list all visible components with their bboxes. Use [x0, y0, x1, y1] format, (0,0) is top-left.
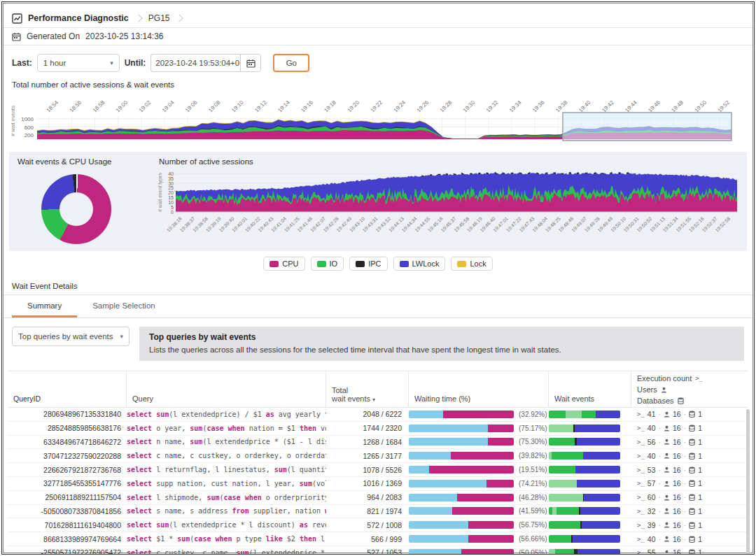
wait-events-bar	[549, 438, 620, 445]
wait-event-segment-io	[555, 549, 574, 555]
svg-text:19:06: 19:06	[184, 99, 199, 114]
wait-event-segment-io	[552, 452, 583, 459]
last-select[interactable]: 1 hour▾	[37, 54, 120, 72]
go-button[interactable]: Go	[273, 54, 309, 72]
total-wait-events-cell: 566 / 999	[326, 535, 409, 543]
col-exec-users-dbs[interactable]: Execution count>_ Users Databases	[631, 371, 748, 407]
wait-events-cell	[549, 507, 631, 515]
waiting-time-cell: (56.75%)	[409, 521, 549, 529]
until-input[interactable]: 2023-10-24 19:53:04+0	[150, 54, 240, 72]
legend-swatch	[356, 261, 365, 267]
user-icon	[664, 522, 670, 528]
until-label: Until:	[125, 58, 146, 68]
user-icon	[664, 439, 670, 445]
calendar-picker-button[interactable]	[240, 54, 261, 72]
table-row[interactable]: 2266267921872736768 select l_returnflag,…	[8, 463, 748, 477]
user-icon	[664, 508, 670, 514]
wait-event-segment-io	[549, 466, 575, 473]
table-row[interactable]: 2806948967135331840 select sum(l_extende…	[8, 408, 748, 422]
terminal-icon: >_	[637, 439, 645, 445]
waiting-time-pct: (56.75%)	[519, 521, 547, 529]
exec-users-dbs-cell: >_60· 16· 1	[631, 493, 748, 501]
waiting-time-bar	[409, 438, 514, 445]
waiting-time-bar	[409, 466, 514, 473]
info-description: Lists the queries across all the session…	[149, 345, 734, 354]
wait-events-donut-chart[interactable]	[41, 174, 111, 244]
svg-text:19:42: 19:42	[601, 99, 615, 114]
table-row[interactable]: 285248859856638176 select o_year, sum(ca…	[8, 422, 748, 436]
table-row[interactable]: 3704712327590220288 select c_name, c_cus…	[8, 449, 748, 463]
waiting-time-pct: (50.05%)	[519, 549, 547, 555]
table-row[interactable]: 7016288111619404800 select sum(l_extende…	[8, 518, 748, 532]
exec-users-dbs-cell: >_40· 16· 1	[631, 535, 748, 543]
legend-chip-lock[interactable]: Lock	[451, 257, 492, 271]
database-icon	[689, 508, 695, 515]
user-icon	[664, 425, 670, 432]
exec-users-dbs-cell: >_41· 16· 1	[631, 410, 748, 418]
table-row[interactable]: 6334849674718646272 select n_name, sum(l…	[8, 436, 748, 450]
legend-label: Lock	[470, 259, 486, 268]
breadcrumb-server[interactable]: PG15	[148, 13, 170, 23]
wait-events-bar	[549, 549, 620, 555]
chevron-right-icon	[134, 14, 142, 22]
svg-text:19:02: 19:02	[138, 99, 153, 114]
query-sql-cell: select supp_nation, cust_nation, l_year,…	[127, 480, 326, 487]
user-icon	[661, 387, 667, 393]
total-wait-events-cell: 527 / 1053	[326, 548, 409, 555]
queries-table: QueryID Query Total wait events ▾ Waitin…	[8, 371, 748, 555]
overview-chart[interactable]: 200600100018:5418:5618:5819:0019:0219:04…	[2, 90, 754, 149]
query-filter-select[interactable]: Top queries by wait events▾	[12, 327, 130, 346]
sessions-title: Number of active sessions	[158, 156, 741, 169]
svg-text:19:22: 19:22	[370, 99, 384, 114]
queryid-cell: 8668133989974769664	[8, 535, 127, 543]
wait-events-cell	[549, 452, 631, 459]
svg-text:19:30: 19:30	[462, 99, 477, 114]
waiting-time-pct: (19.51%)	[519, 466, 547, 473]
table-row[interactable]: 3277185455355147776 select supp_nation, …	[8, 477, 748, 491]
svg-text:18:56: 18:56	[69, 99, 83, 114]
col-waiting-time[interactable]: Waiting time (%)	[409, 371, 549, 407]
waiting-time-pct: (56.66%)	[519, 535, 547, 543]
svg-text:19:32: 19:32	[485, 99, 500, 114]
col-query[interactable]: Query	[127, 371, 326, 407]
wait-event-segment-lwlock	[583, 452, 620, 459]
total-wait-events-cell: 2048 / 6222	[326, 410, 409, 418]
sessions-area-chart[interactable]: 051015202530354019:38:1619:38:3719:38:58…	[158, 169, 741, 247]
waiting-time-bar	[409, 535, 514, 543]
wait-events-cell	[549, 521, 631, 529]
svg-text:19:26: 19:26	[416, 99, 430, 114]
waiting-time-bar	[409, 494, 514, 501]
legend-chip-lwlock[interactable]: LWLock	[393, 257, 446, 271]
database-icon	[689, 425, 695, 432]
table-row[interactable]: 2506911889211157504 select l_shipmode, s…	[8, 491, 748, 505]
database-icon	[678, 397, 684, 404]
database-icon	[689, 522, 695, 529]
svg-text:30: 30	[168, 181, 174, 186]
table-row[interactable]: -5050080733870841856 select s_name, s_ad…	[8, 505, 748, 519]
database-icon	[689, 466, 695, 473]
legend-chip-ipc[interactable]: IPC	[349, 257, 387, 271]
user-icon	[664, 411, 670, 418]
total-wait-events-cell: 1078 / 5526	[326, 466, 409, 474]
svg-text:19:08: 19:08	[207, 99, 222, 114]
vertical-scrollbar[interactable]	[746, 409, 750, 555]
tab-sample-selection[interactable]: Sample Selection	[77, 295, 171, 318]
waiting-time-bar	[409, 411, 514, 418]
waiting-time-cell: (46.28%)	[409, 494, 549, 501]
sort-desc-icon[interactable]: ▾	[372, 397, 375, 403]
col-total-wait-events[interactable]: Total wait events ▾	[326, 371, 409, 407]
svg-text:19:52: 19:52	[717, 99, 732, 114]
legend-chip-io[interactable]: IO	[311, 257, 344, 271]
tab-summary[interactable]: Summary	[12, 295, 77, 318]
col-queryid[interactable]: QueryID	[8, 371, 127, 407]
legend-chip-cpu[interactable]: CPU	[263, 257, 304, 271]
waiting-time-bar	[409, 480, 514, 487]
total-wait-events-cell: 821 / 1974	[326, 507, 409, 515]
user-icon	[664, 452, 670, 459]
table-row[interactable]: -2550571972276905472 select c_custkey, c…	[8, 546, 748, 555]
wait-event-segment-io	[549, 535, 571, 543]
terminal-icon: >_	[637, 452, 645, 459]
table-row[interactable]: 8668133989974769664 select $1 * sum(case…	[8, 532, 748, 546]
col-wait-events[interactable]: Wait events	[549, 371, 631, 407]
wait-event-segment-lwlock	[580, 507, 620, 515]
